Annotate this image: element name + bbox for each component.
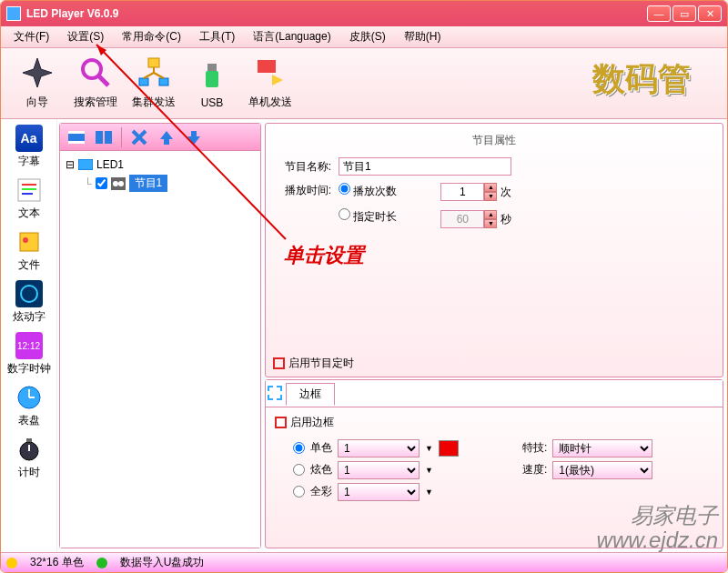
radio-single[interactable] [293, 442, 305, 454]
svg-rect-9 [207, 64, 217, 71]
color-swatch-red[interactable] [439, 440, 459, 457]
duration-down[interactable]: ▼ [484, 219, 497, 228]
tb-cluster-label: 集群发送 [132, 95, 176, 110]
close-button[interactable]: ✕ [698, 5, 722, 22]
sidebar-item-dial[interactable]: 表盘 [7, 384, 51, 428]
window-buttons: — ▭ ✕ [647, 5, 722, 22]
sidebar-item-file[interactable]: 文件 [7, 228, 51, 273]
border-left-col: 单色1▼ 炫色1▼ 全彩1▼ [275, 436, 477, 505]
opt-duration[interactable]: 指定时长 [339, 208, 397, 225]
radio-dazzle[interactable] [293, 464, 305, 476]
border-tab-icon [268, 386, 282, 400]
count-down[interactable]: ▼ [484, 192, 497, 201]
radio-duration[interactable] [339, 208, 350, 220]
name-input[interactable] [339, 157, 511, 176]
svg-line-8 [154, 73, 164, 78]
maximize-button[interactable]: ▭ [672, 5, 696, 22]
compass-icon [21, 56, 54, 89]
menu-settings[interactable]: 设置(S) [58, 27, 113, 46]
border-checkbox[interactable] [275, 417, 287, 428]
speed-label: 速度: [522, 462, 547, 478]
sidebar-item-text[interactable]: 文本 [7, 176, 51, 221]
sb-label: 表盘 [18, 413, 40, 428]
menu-skin[interactable]: 皮肤(S) [340, 27, 395, 46]
row-timer-enable[interactable]: 启用节目定时 [273, 356, 354, 371]
tb-cluster[interactable]: 集群发送 [125, 56, 183, 110]
duration-input[interactable] [440, 210, 484, 228]
tb-single[interactable]: 单机发送 [241, 56, 299, 110]
sb-label: 计时 [18, 465, 40, 480]
duration-up[interactable]: ▲ [484, 210, 497, 219]
sidebar-item-timer[interactable]: 计时 [7, 436, 51, 480]
svg-rect-28 [96, 131, 103, 144]
separator [121, 127, 122, 147]
time-options: 播放次数 指定时长 [339, 183, 397, 225]
dazzle-combo[interactable]: 1 [338, 461, 420, 479]
menu-language[interactable]: 语言(Language) [244, 27, 339, 46]
tb-wizard[interactable]: 向导 [8, 56, 66, 110]
sidebar-item-clock[interactable]: 12:12数字时钟 [7, 332, 51, 377]
radio-count[interactable] [339, 183, 350, 195]
annotation-text: 单击设置 [284, 242, 364, 269]
tree-btn-layout[interactable] [91, 126, 116, 149]
send-icon [254, 56, 287, 89]
tree-expand-icon[interactable]: ⊟ [66, 158, 75, 171]
row-border-enable[interactable]: 启用边框 [275, 415, 713, 430]
svg-rect-10 [206, 71, 218, 87]
tree-btn-delete[interactable] [126, 126, 152, 149]
text-icon [15, 176, 43, 204]
single-label: 单色 [310, 440, 332, 456]
single-combo[interactable]: 1 [338, 439, 420, 457]
border-right-col: 特技:顺时针 速度:1(最快) [504, 436, 671, 505]
svg-rect-16 [20, 233, 38, 251]
sidebar-item-subtitle[interactable]: Aa字幕 [7, 125, 51, 169]
minimize-button[interactable]: — [647, 5, 671, 22]
name-label: 节目名称: [277, 159, 331, 175]
svg-rect-27 [68, 141, 85, 144]
row-effect: 特技:顺时针 [522, 439, 652, 457]
menu-help[interactable]: 帮助(H) [395, 27, 450, 46]
tree-checkbox[interactable] [96, 177, 107, 189]
dropdown-icon: ▼ [425, 466, 433, 475]
tb-search-label: 搜索管理 [74, 95, 117, 110]
effect-combo[interactable]: 顺时针 [552, 439, 652, 457]
speed-combo[interactable]: 1(最快) [552, 461, 652, 479]
menu-commands[interactable]: 常用命令(C) [113, 27, 190, 46]
tb-usb-label: USB [201, 96, 224, 109]
count-spinner[interactable]: ▲▼ [440, 183, 497, 201]
content: Aa字幕 文本 文件 炫动字 12:12数字时钟 表盘 计时 ⊟ [1, 119, 727, 552]
tb-single-label: 单机发送 [248, 95, 292, 110]
tree-body[interactable]: ⊟ LED1 └ 节目1 [60, 151, 260, 548]
timer-checkbox[interactable] [273, 357, 285, 369]
menu-tools[interactable]: 工具(T) [190, 27, 244, 46]
tree-root[interactable]: ⊟ LED1 [66, 156, 255, 173]
clock-icon: 12:12 [15, 332, 43, 359]
status-message: 数据导入U盘成功 [120, 555, 205, 570]
program-icon [111, 177, 126, 190]
tab-border[interactable]: 边框 [286, 383, 335, 406]
svg-line-2 [99, 76, 108, 85]
border-enable-label: 启用边框 [290, 416, 334, 428]
sidebar-item-anim[interactable]: 炫动字 [7, 280, 51, 325]
tb-search[interactable]: 搜索管理 [66, 56, 125, 110]
tree-btn-film[interactable] [64, 126, 89, 149]
opt-count[interactable]: 播放次数 [339, 183, 397, 199]
tree-child-label: 节目1 [129, 175, 168, 192]
tree-btn-down[interactable] [181, 126, 207, 149]
sb-label: 炫动字 [13, 309, 46, 325]
duration-unit: 秒 [500, 213, 511, 226]
titlebar: LED Player V6.0.9 — ▭ ✕ [1, 1, 727, 26]
menu-file[interactable]: 文件(F) [5, 27, 58, 46]
svg-rect-3 [148, 58, 159, 67]
count-input[interactable] [440, 183, 484, 201]
full-combo[interactable]: 1 [338, 483, 420, 501]
tb-usb[interactable]: USB [183, 58, 241, 109]
radio-full[interactable] [293, 486, 305, 498]
tab-row: 边框 [266, 380, 723, 407]
tree-btn-up[interactable] [154, 126, 179, 149]
duration-spinner[interactable]: ▲▼ [440, 210, 497, 228]
window-title: LED Player V6.0.9 [26, 7, 647, 20]
tree-child[interactable]: └ 节目1 [66, 173, 255, 194]
count-up[interactable]: ▲ [484, 183, 497, 192]
statusbar: 32*16 单色 数据导入U盘成功 [1, 552, 727, 572]
